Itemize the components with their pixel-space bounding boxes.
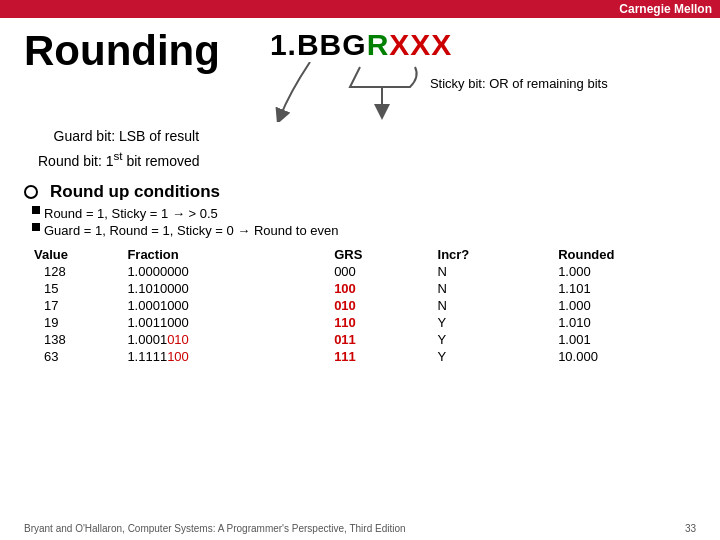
cell-grs: 000 — [334, 263, 437, 280]
bullet-1 — [32, 206, 40, 214]
round-up-section: Round up conditions Round = 1, Sticky = … — [24, 182, 696, 238]
cell-fraction: 1.0011000 — [127, 314, 334, 331]
cell-value: 138 — [24, 331, 127, 348]
cell-grs: 010 — [334, 297, 437, 314]
main-content: Rounding 1.BBGRXXX — [0, 18, 720, 375]
cell-grs: 011 — [334, 331, 437, 348]
cell-value: 128 — [24, 263, 127, 280]
cell-grs: 100 — [334, 280, 437, 297]
cell-fraction: 1.0000000 — [127, 263, 334, 280]
table-body: 1281.0000000000N1.000151.1010000100N1.10… — [24, 263, 696, 365]
table-header-row: Value Fraction GRS Incr? Rounded — [24, 246, 696, 263]
bit-diagram: 1.BBGRXXX — [270, 28, 610, 122]
cell-fraction: 1.0001010 — [127, 331, 334, 348]
data-table: Value Fraction GRS Incr? Rounded 1281.00… — [24, 246, 696, 365]
title-row: Rounding 1.BBGRXXX — [24, 28, 696, 122]
col-header-incr: Incr? — [438, 246, 559, 263]
round-up-header: Round up conditions — [24, 182, 696, 202]
cell-value: 19 — [24, 314, 127, 331]
descriptions: Guard bit: LSB of result Round bit: 1st … — [38, 126, 696, 172]
arrows-svg — [270, 62, 610, 122]
table-row: 1381.0001010011Y1.001 — [24, 331, 696, 348]
cell-incr: N — [438, 263, 559, 280]
university-name: Carnegie Mellon — [619, 2, 712, 16]
table-row: 631.1111100111Y10.000 — [24, 348, 696, 365]
table-row: 1281.0000000000N1.000 — [24, 263, 696, 280]
cell-rounded: 1.000 — [558, 263, 696, 280]
cell-grs: 110 — [334, 314, 437, 331]
bit-prefix: 1.BBG — [270, 28, 367, 61]
bullet-2 — [32, 223, 40, 231]
cell-value: 63 — [24, 348, 127, 365]
cell-incr: N — [438, 297, 559, 314]
condition-2: Guard = 1, Round = 1, Sticky = 0 → Round… — [32, 223, 696, 238]
sticky-label: Sticky bit: OR of remaining bits — [430, 76, 608, 91]
bit-notation: 1.BBGRXXX — [270, 28, 610, 62]
footer-page-number: 33 — [685, 523, 696, 534]
col-header-grs: GRS — [334, 246, 437, 263]
cell-rounded: 1.000 — [558, 297, 696, 314]
cell-fraction: 1.0001000 — [127, 297, 334, 314]
cell-value: 15 — [24, 280, 127, 297]
footer: Bryant and O'Hallaron, Computer Systems:… — [24, 523, 696, 534]
cell-rounded: 10.000 — [558, 348, 696, 365]
page-title: Rounding — [24, 28, 220, 74]
condition-1: Round = 1, Sticky = 1 → > 0.5 — [32, 206, 696, 221]
bit-round: R — [367, 28, 390, 61]
table-row: 171.0001000010N1.000 — [24, 297, 696, 314]
table-section: Value Fraction GRS Incr? Rounded 1281.00… — [24, 246, 696, 365]
cell-rounded: 1.101 — [558, 280, 696, 297]
arrows-container — [270, 62, 610, 122]
guard-desc: Guard bit: LSB of result — [38, 126, 696, 147]
header-bar: Carnegie Mellon — [0, 0, 720, 18]
cell-incr: Y — [438, 331, 559, 348]
col-header-rounded: Rounded — [558, 246, 696, 263]
cell-incr: N — [438, 280, 559, 297]
round-desc: Round bit: 1st bit removed — [38, 147, 696, 172]
footer-attribution: Bryant and O'Hallaron, Computer Systems:… — [24, 523, 406, 534]
table-row: 151.1010000100N1.101 — [24, 280, 696, 297]
cell-incr: Y — [438, 348, 559, 365]
cell-incr: Y — [438, 314, 559, 331]
bit-sticky: XXX — [389, 28, 452, 61]
col-header-value: Value — [24, 246, 127, 263]
open-circle-icon — [24, 185, 38, 199]
cell-fraction: 1.1010000 — [127, 280, 334, 297]
cell-rounded: 1.001 — [558, 331, 696, 348]
table-row: 191.0011000110Y1.010 — [24, 314, 696, 331]
cell-grs: 111 — [334, 348, 437, 365]
cell-fraction: 1.1111100 — [127, 348, 334, 365]
cell-rounded: 1.010 — [558, 314, 696, 331]
col-header-fraction: Fraction — [127, 246, 334, 263]
cell-value: 17 — [24, 297, 127, 314]
